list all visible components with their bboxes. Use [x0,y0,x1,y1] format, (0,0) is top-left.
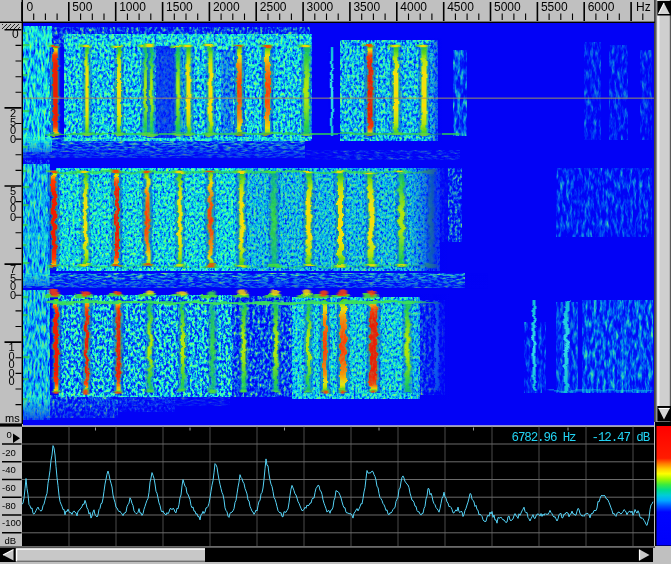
svg-text:ms: ms [5,412,20,424]
svg-text:1000: 1000 [119,0,146,14]
svg-text:4500: 4500 [447,0,474,14]
svg-text:0: 0 [10,289,16,301]
svg-text:3000: 3000 [307,0,334,14]
svg-text:0: 0 [9,375,15,387]
svg-text:4000: 4000 [400,0,427,14]
svg-text:0: 0 [10,133,16,145]
svg-text:3500: 3500 [353,0,380,14]
svg-text:1500: 1500 [166,0,193,14]
svg-text:0: 0 [12,27,19,41]
svg-text:dB: dB [5,535,17,546]
svg-text:6782.96 Hz: 6782.96 Hz [512,431,577,445]
svg-text:-80: -80 [2,500,16,511]
svg-text:-40: -40 [2,464,16,475]
svg-text:-60: -60 [2,482,16,493]
svg-text:500: 500 [72,0,92,14]
svg-text:-12.47 dB: -12.47 dB [592,431,651,445]
svg-text:-20: -20 [2,447,16,458]
svg-text:5000: 5000 [494,0,521,14]
svg-text:-100: -100 [2,517,21,528]
svg-text:5500: 5500 [541,0,568,14]
svg-text:0: 0 [10,211,16,223]
svg-text:6000: 6000 [588,0,615,14]
svg-text:2500: 2500 [260,0,287,14]
svg-text:Hz: Hz [636,0,651,14]
svg-text:0: 0 [27,0,34,14]
svg-text:2000: 2000 [213,0,240,14]
svg-text:0: 0 [7,429,12,440]
